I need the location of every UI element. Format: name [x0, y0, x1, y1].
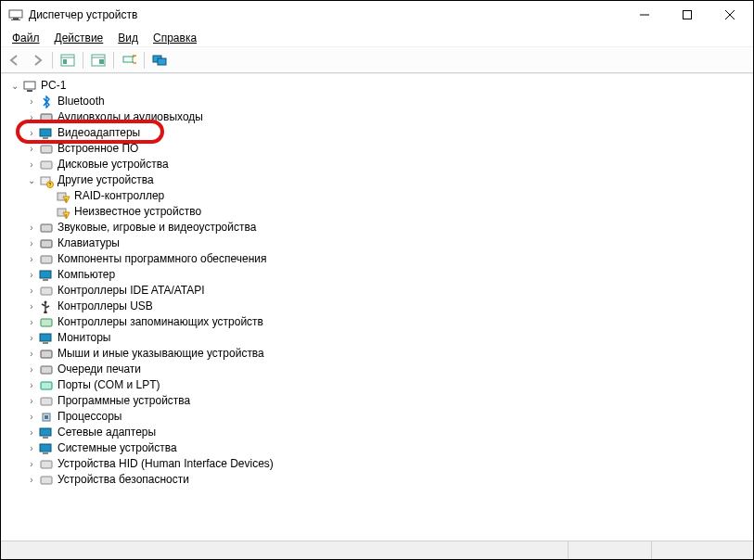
expander-icon[interactable]: ⌄: [8, 80, 21, 93]
expander-icon[interactable]: ›: [25, 442, 38, 455]
expander-icon[interactable]: ›: [25, 379, 38, 392]
expander-icon[interactable]: ›: [25, 237, 38, 250]
svg-rect-1: [13, 18, 19, 19]
svg-point-37: [44, 311, 47, 313]
expander-icon[interactable]: ›: [25, 395, 38, 408]
minimize-button[interactable]: [623, 1, 666, 29]
tree-node-label: Bluetooth: [58, 94, 105, 109]
tree-node-sound[interactable]: ›Звуковые, игровые и видеоустройства: [3, 220, 751, 235]
tree-node-label: RAID-контроллер: [74, 188, 164, 204]
tree-node-cpu[interactable]: ›Процессоры: [3, 409, 751, 425]
svg-rect-30: [41, 224, 52, 232]
tree-node-label: Устройства безопасности: [58, 472, 189, 488]
svg-rect-32: [41, 256, 52, 263]
expander-icon[interactable]: ›: [25, 127, 38, 140]
toolbar-forward-button[interactable]: [27, 50, 47, 70]
svg-rect-48: [43, 437, 48, 439]
tree-node-soft-device[interactable]: ›Программные устройства: [3, 393, 751, 409]
tree-node-disk[interactable]: ›Дисковые устройства: [3, 157, 751, 172]
tree-node-hid[interactable]: ›Устройства HID (Human Interface Devices…: [3, 456, 751, 472]
expander-icon[interactable]: ›: [25, 316, 38, 329]
toolbar-monitors-button[interactable]: [149, 50, 170, 70]
window-title: Диспетчер устройств: [29, 8, 623, 21]
tree-node-keyboard[interactable]: ›Клавиатуры: [3, 235, 751, 251]
close-button[interactable]: [709, 1, 751, 29]
tree-node-label: Встроенное ПО: [58, 141, 138, 157]
expander-icon[interactable]: ›: [25, 159, 38, 172]
svg-rect-2: [11, 19, 20, 20]
monitor-icon: [39, 331, 54, 346]
tree-node-label: Системные устройства: [58, 440, 177, 456]
tree-root[interactable]: ⌄PC-1: [3, 78, 751, 94]
mouse-icon: [39, 347, 54, 362]
warning-device-icon: !: [56, 189, 70, 204]
tree-node-display-adapter[interactable]: ›Видеоадаптеры: [3, 125, 751, 141]
expander-icon[interactable]: [42, 190, 55, 203]
expander-icon[interactable]: ›: [25, 474, 38, 487]
expander-icon[interactable]: ›: [25, 269, 38, 282]
tree-node-label: Устройства HID (Human Interface Devices): [58, 456, 274, 472]
tree-node-ports[interactable]: ›Порты (COM и LPT): [3, 377, 751, 393]
keyboard-icon: [39, 236, 54, 251]
toolbar-refresh-button[interactable]: [119, 50, 139, 70]
tree-node-network[interactable]: ›Сетевые адаптеры: [3, 425, 751, 440]
tree-node-label: Контроллеры USB: [58, 299, 153, 314]
svg-rect-17: [27, 90, 32, 92]
expander-icon[interactable]: ›: [25, 458, 38, 471]
expander-icon[interactable]: ⌄: [25, 174, 38, 187]
tree-node-usb[interactable]: ›Контроллеры USB: [3, 299, 751, 314]
tree-node-audio-io[interactable]: ›Аудиовходы и аудиовыходы: [3, 109, 751, 125]
expander-icon[interactable]: ›: [25, 363, 38, 376]
menu-action[interactable]: Действие: [47, 30, 111, 46]
usb-icon: [39, 299, 54, 314]
tree-child-warning-device[interactable]: !Неизвестное устройство: [3, 204, 751, 220]
tree-node-ide[interactable]: ›Контроллеры IDE ATA/ATAPI: [3, 283, 751, 299]
toolbar-show-hidden-button[interactable]: [58, 50, 78, 70]
expander-icon[interactable]: ›: [25, 143, 38, 156]
expander-icon[interactable]: ›: [25, 332, 38, 345]
tree-node-computer[interactable]: ›Компьютер: [3, 267, 751, 283]
expander-icon[interactable]: ›: [25, 253, 38, 266]
svg-rect-31: [41, 240, 52, 248]
firmware-icon: [39, 142, 54, 157]
tree-node-mouse[interactable]: ›Мыши и иные указывающие устройства: [3, 346, 751, 362]
tree-node-monitor[interactable]: ›Мониторы: [3, 330, 751, 346]
tree-node-print[interactable]: ›Очереди печати: [3, 362, 751, 377]
expander-icon[interactable]: ›: [25, 348, 38, 361]
expander-icon[interactable]: ›: [25, 222, 38, 235]
expander-icon[interactable]: ›: [25, 95, 38, 108]
title-bar: Диспетчер устройств: [1, 1, 753, 29]
status-bar: [1, 541, 753, 560]
expander-icon[interactable]: ›: [25, 111, 38, 124]
maximize-button[interactable]: [666, 1, 709, 29]
tree-child-warning-device[interactable]: !RAID-контроллер: [3, 188, 751, 204]
svg-rect-52: [41, 477, 52, 484]
menu-view[interactable]: Вид: [110, 30, 146, 46]
root-icon: [22, 79, 37, 94]
tree-node-bluetooth[interactable]: ›Bluetooth: [3, 94, 751, 109]
menu-file[interactable]: Файл: [5, 30, 47, 46]
tree-node-firmware[interactable]: ›Встроенное ПО: [3, 141, 751, 157]
tree-node-storage[interactable]: ›Контроллеры запоминающих устройств: [3, 314, 751, 330]
expander-icon[interactable]: ›: [25, 411, 38, 424]
expander-icon[interactable]: ›: [25, 285, 38, 298]
menu-help[interactable]: Справка: [146, 30, 204, 46]
expander-icon[interactable]: ›: [25, 300, 38, 313]
app-icon: [8, 7, 23, 22]
tree-node-security[interactable]: ›Устройства безопасности: [3, 472, 751, 488]
toolbar-properties-button[interactable]: [88, 50, 109, 70]
svg-rect-0: [9, 10, 22, 18]
svg-rect-51: [41, 461, 52, 468]
svg-rect-46: [45, 415, 48, 419]
bluetooth-icon: [39, 95, 54, 109]
tree-node-other[interactable]: ⌄?Другие устройства: [3, 172, 751, 188]
expander-icon[interactable]: ›: [25, 426, 38, 439]
expander-icon[interactable]: [42, 206, 55, 219]
device-tree[interactable]: ⌄PC-1›Bluetooth›Аудиовходы и аудиовыходы…: [1, 73, 753, 541]
security-icon: [39, 473, 54, 488]
tree-node-software[interactable]: ›Компоненты программного обеспечения: [3, 251, 751, 267]
other-icon: ?: [39, 173, 54, 188]
status-spacer: [1, 541, 568, 560]
toolbar-back-button[interactable]: [5, 50, 25, 70]
tree-node-system[interactable]: ›Системные устройства: [3, 440, 751, 456]
